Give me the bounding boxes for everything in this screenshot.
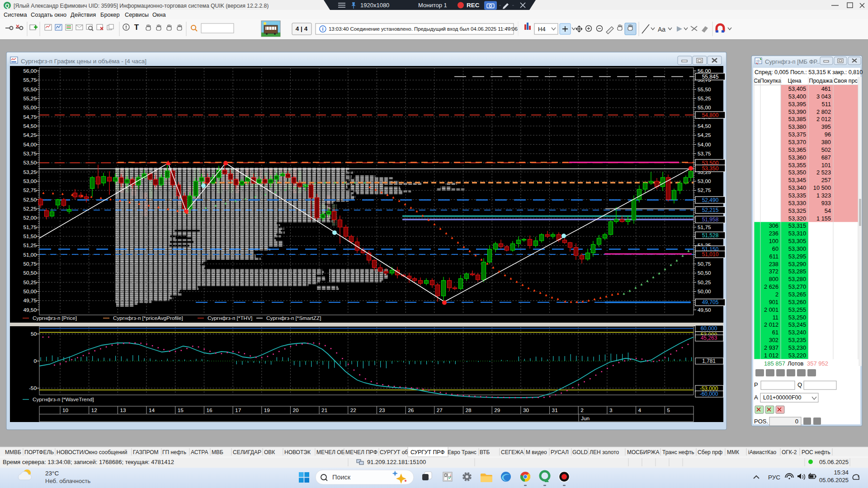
svg-text:51,75: 51,75 — [23, 224, 37, 230]
svg-text:1 155: 1 155 — [816, 215, 831, 222]
svg-text:55,00: 55,00 — [23, 104, 37, 111]
svg-text:РУСАЛ: РУСАЛ — [551, 449, 569, 455]
svg-text:96: 96 — [825, 131, 831, 138]
svg-text:Q: Q — [797, 381, 802, 388]
svg-text:52,215: 52,215 — [702, 207, 719, 213]
svg-text:687: 687 — [821, 154, 831, 161]
svg-text:Брокер: Брокер — [100, 11, 120, 18]
svg-text:Q: Q — [5, 3, 9, 9]
svg-text:Создать окно: Создать окно — [31, 11, 66, 18]
svg-text:Сургнфгз-п [*SmartZZ]: Сургнфгз-п [*SmartZZ] — [266, 315, 321, 321]
svg-text:Система: Система — [4, 11, 27, 18]
svg-text:52,00: 52,00 — [23, 215, 37, 221]
svg-text:53,400: 53,400 — [788, 93, 806, 100]
svg-text:GOLD: GOLD — [572, 449, 588, 455]
svg-text:380: 380 — [821, 139, 831, 145]
svg-text:16: 16 — [206, 407, 212, 413]
svg-text:53,75: 53,75 — [23, 150, 37, 157]
svg-text:868x488: 868x488 — [360, 2, 389, 9]
svg-text:51,010: 51,010 — [702, 251, 719, 258]
svg-text:3: 3 — [609, 407, 613, 413]
svg-text:Окна: Окна — [152, 11, 166, 18]
svg-text:53,305: 53,305 — [788, 238, 806, 244]
svg-text:53,255: 53,255 — [788, 306, 806, 313]
svg-text:53,360: 53,360 — [788, 154, 806, 161]
svg-text:[Ялый Александр Ефимович UID:: [Ялый Александр Ефимович UID: 35995] Инф… — [14, 3, 269, 9]
svg-text:-60,000: -60,000 — [700, 391, 718, 397]
svg-text:53,345: 53,345 — [788, 177, 806, 183]
svg-text:21: 21 — [321, 407, 327, 413]
svg-text:53,285: 53,285 — [788, 268, 806, 275]
svg-text:236: 236 — [769, 230, 778, 237]
svg-text:2 012: 2 012 — [764, 321, 778, 328]
svg-text:МЕЧЕЛ ОБ: МЕЧЕЛ ОБ — [316, 449, 345, 455]
svg-text:МОСБИРЖА: МОСБИРЖА — [627, 449, 659, 455]
svg-text:10: 10 — [62, 407, 69, 413]
svg-text:52,75: 52,75 — [698, 187, 711, 193]
svg-text:12: 12 — [91, 407, 97, 413]
svg-text:iАвиастКао: iАвиастКао — [748, 449, 777, 455]
svg-text:50,75: 50,75 — [698, 261, 711, 267]
svg-text:Спред: 0,005 Посл.: 53,315 К з: Спред: 0,005 Посл.: 53,315 К закр.: 0,81… — [755, 69, 863, 75]
svg-text:ВТБ: ВТБ — [480, 449, 490, 455]
svg-text:238: 238 — [769, 261, 778, 267]
svg-text:511: 511 — [822, 101, 831, 108]
svg-text:53,265: 53,265 — [788, 291, 806, 298]
svg-text:1,781: 1,781 — [702, 358, 716, 364]
svg-text:55,75: 55,75 — [23, 77, 37, 83]
svg-text:POS.: POS. — [754, 418, 768, 425]
svg-text:55,845: 55,845 — [702, 74, 719, 80]
svg-text:55,50: 55,50 — [698, 86, 711, 93]
svg-text:L01+00000F00: L01+00000F00 — [763, 394, 802, 401]
svg-text:Jun: Jun — [581, 415, 590, 422]
svg-text:Цена: Цена — [788, 78, 801, 84]
svg-text:53,290: 53,290 — [788, 261, 806, 267]
svg-text:52,75: 52,75 — [23, 187, 37, 193]
svg-text:М видео: М видео — [526, 449, 547, 455]
svg-text:27: 27 — [437, 407, 443, 413]
svg-text:ПОРТФЕЛЬ: ПОРТФЕЛЬ — [24, 449, 54, 455]
svg-text:53,300: 53,300 — [788, 245, 806, 252]
svg-text:17: 17 — [235, 407, 241, 413]
svg-text:53,250: 53,250 — [788, 314, 806, 321]
svg-text:53,320: 53,320 — [788, 215, 806, 222]
svg-text:50: 50 — [31, 331, 37, 337]
svg-text:50,25: 50,25 — [698, 279, 711, 286]
svg-text:P: P — [754, 381, 758, 388]
svg-text:Продажа: Продажа — [809, 78, 832, 84]
svg-text:i: i — [322, 26, 323, 32]
svg-text:51,528: 51,528 — [702, 232, 719, 239]
svg-text:СЕГЕЖА: СЕГЕЖА — [501, 449, 524, 455]
svg-text:53,340: 53,340 — [788, 184, 806, 191]
svg-text:Сервисы: Сервисы — [125, 11, 149, 18]
svg-text:Неб. облачность: Неб. облачность — [45, 478, 90, 484]
svg-text:53,405: 53,405 — [788, 85, 806, 92]
svg-text:05.06.2025: 05.06.2025 — [819, 477, 849, 483]
svg-text:395: 395 — [821, 123, 831, 130]
svg-text:2 012: 2 012 — [816, 116, 831, 122]
svg-text:502: 502 — [821, 146, 831, 153]
svg-text:2 802: 2 802 — [816, 108, 831, 115]
svg-text:461: 461 — [821, 85, 831, 92]
svg-text:Сургнфгз-п [*THV]: Сургнфгз-п [*THV] — [208, 315, 252, 321]
svg-text:53,335: 53,335 — [788, 192, 806, 199]
svg-text:2 001: 2 001 — [764, 306, 778, 313]
svg-text:-50: -50 — [29, 385, 37, 391]
svg-text:185 857: 185 857 — [764, 360, 785, 367]
svg-text:101: 101 — [821, 162, 831, 169]
svg-text:1: 1 — [450, 474, 451, 477]
svg-text:53,280: 53,280 — [788, 276, 806, 282]
svg-text:53,330: 53,330 — [788, 200, 806, 206]
svg-text:20: 20 — [292, 407, 299, 413]
svg-text:53,00: 53,00 — [23, 178, 37, 184]
svg-text:53,370: 53,370 — [788, 139, 806, 145]
svg-text:0: 0 — [795, 418, 798, 425]
svg-text:15: 15 — [178, 407, 184, 413]
svg-text:54,50: 54,50 — [23, 123, 37, 129]
svg-text:53,310: 53,310 — [788, 230, 806, 237]
svg-text:АСТРА: АСТРА — [191, 449, 208, 455]
svg-text:55,25: 55,25 — [23, 95, 37, 102]
svg-text:ГП нефть: ГП нефть — [162, 449, 186, 455]
svg-text:611: 611 — [769, 253, 778, 260]
svg-text:1 323: 1 323 — [816, 192, 831, 199]
